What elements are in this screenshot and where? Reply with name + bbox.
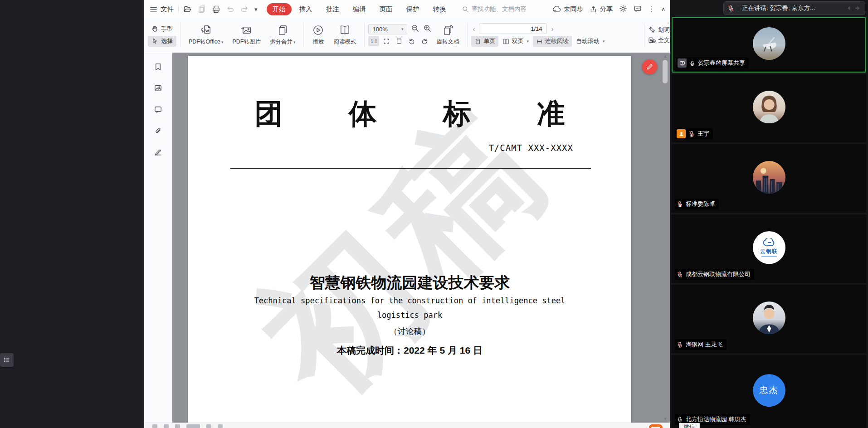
participant-nameplate: 标准委陈卓 <box>675 199 719 209</box>
share-label: 分享 <box>600 5 613 14</box>
print-button[interactable] <box>212 5 220 14</box>
tab-insert[interactable]: 插入 <box>293 3 318 15</box>
full-translate-button[interactable]: 全文 <box>648 36 670 44</box>
comment-icon <box>154 105 162 114</box>
horizontal-rule <box>230 168 591 169</box>
fit-page-button[interactable] <box>394 36 405 46</box>
chevron-down-icon: ▾ <box>401 27 404 31</box>
file-menu-button[interactable]: 文件 <box>150 5 174 14</box>
doc-outline-floating-button[interactable] <box>0 353 14 367</box>
redo-button[interactable] <box>240 5 249 13</box>
zoom-in-button[interactable] <box>423 24 432 34</box>
message-button[interactable] <box>634 5 642 14</box>
tab-protect[interactable]: 保护 <box>400 3 425 15</box>
more-menu-button[interactable]: ⋮ <box>648 5 655 13</box>
document-title-en-line2: logistics park <box>188 311 631 320</box>
select-tool-button[interactable]: 选择 <box>148 36 176 47</box>
auto-scroll-button[interactable]: 自动滚动▾ <box>573 36 608 47</box>
hand-tool-button[interactable]: 手型 <box>148 24 176 34</box>
bookmark-button[interactable] <box>154 63 162 73</box>
conference-panel: 正在讲话: 贺宗春; 京东方... 贺宗春的屏幕共享 王宇 <box>670 0 868 428</box>
tab-convert[interactable]: 转换 <box>427 3 452 15</box>
search-input[interactable]: 查找功能、文档内容 <box>462 5 544 13</box>
collapse-toolbar-button[interactable]: ∧ <box>661 6 665 12</box>
zoom-level-dropdown[interactable]: 100% ▾ <box>368 24 407 34</box>
pdf-to-image-button[interactable]: PDF转图片 <box>228 23 265 47</box>
signature-button[interactable] <box>154 148 162 158</box>
mic-muted-icon <box>677 271 683 277</box>
rotate-document-button[interactable]: 旋转文档 <box>432 23 463 47</box>
participant-tile[interactable]: 标准委陈卓 <box>672 144 866 213</box>
chat-bubble-icon <box>634 5 642 13</box>
split-merge-button[interactable]: 拆分合并▾ <box>265 23 300 47</box>
tab-page[interactable]: 页面 <box>374 3 399 15</box>
scroll-down-arrow[interactable]: ▼ <box>662 417 669 421</box>
screen-share-icon <box>678 58 687 68</box>
participant-tile[interactable]: 淘钢网 王龙飞 <box>672 285 866 353</box>
tab-edit[interactable]: 编辑 <box>347 3 372 15</box>
attachment-button[interactable] <box>154 126 162 137</box>
wps-pdf-window: 文件 ▾ 开始 插入 批注 编辑 页面 保护 转换 查找功能、文档内容 <box>144 0 670 428</box>
share-button[interactable]: 分享 <box>590 5 613 14</box>
rotate-left-button[interactable] <box>406 36 417 46</box>
toolbar-expand-arrow[interactable]: › <box>667 20 669 25</box>
continuous-read-button[interactable]: 连续阅读 <box>533 36 572 47</box>
snapshot-button[interactable] <box>154 84 162 94</box>
dropdown-caret-icon: ▾ <box>293 40 296 44</box>
sync-status-button[interactable]: 未同步 <box>552 5 584 14</box>
participant-name: 标准委陈卓 <box>686 200 715 208</box>
statusbar-clipped <box>144 423 670 428</box>
single-page-button[interactable]: 单页 <box>471 36 498 47</box>
pdf-to-office-button[interactable]: PDF转Office▾ <box>184 23 228 47</box>
undo-button[interactable] <box>226 5 234 13</box>
company-logo-text: 云钢联 <box>760 248 778 255</box>
fit-width-button[interactable] <box>381 36 392 46</box>
page-number-input[interactable] <box>479 23 547 34</box>
previous-page-button[interactable]: ‹ <box>471 25 476 33</box>
list-icon <box>3 356 10 364</box>
participant-tile[interactable]: 王宇 <box>672 74 866 142</box>
read-mode-button[interactable]: 阅读模式 <box>329 23 361 47</box>
save-button[interactable] <box>198 5 206 13</box>
open-book-icon <box>339 24 351 36</box>
participant-tile[interactable]: 忠杰 北方恒达物流园 韩思杰 <box>672 355 866 428</box>
zoom-level-value: 100% <box>372 26 387 33</box>
back-arrow-icon[interactable] <box>846 5 853 12</box>
edit-pdf-floating-button[interactable] <box>642 59 657 74</box>
divider <box>738 5 738 12</box>
participant-nameplate: 成都云钢联物流有限公司 <box>675 269 754 280</box>
zoom-out-button[interactable] <box>411 24 419 34</box>
open-button[interactable] <box>183 5 192 14</box>
tab-annotate[interactable]: 批注 <box>320 3 345 15</box>
word-translate-label: 划词 <box>658 26 670 34</box>
document-scrollbar[interactable]: ▲ ▼ <box>662 53 669 423</box>
file-menu-label: 文件 <box>161 5 174 14</box>
forward-arrow-icon[interactable] <box>854 5 861 12</box>
comment-button[interactable] <box>154 105 162 116</box>
printer-icon <box>212 5 220 14</box>
play-button[interactable]: 播放 <box>307 23 329 47</box>
scrollbar-thumb[interactable] <box>663 60 668 83</box>
double-page-button[interactable]: 双页▾ <box>499 36 532 47</box>
word-translate-button[interactable]: 划词 <box>648 26 670 34</box>
signature-icon <box>154 148 162 156</box>
actual-size-label: 1:1 <box>371 39 377 44</box>
zoom-out-icon <box>411 24 419 33</box>
document-viewport[interactable]: 初稿 团体标准 T/CAMT XXX-XXXX 智慧钢铁物流园建设技术要求 Te… <box>172 53 670 423</box>
next-page-button[interactable]: › <box>550 25 555 33</box>
tab-home[interactable]: 开始 <box>267 3 292 15</box>
actual-size-button[interactable]: 1:1 <box>368 36 379 46</box>
participant-name: 王宇 <box>697 130 709 138</box>
pdf-to-office-icon <box>200 24 212 36</box>
quickbar-dropdown[interactable]: ▾ <box>254 6 258 13</box>
scroll-up-arrow[interactable]: ▲ <box>662 54 669 58</box>
settings-button[interactable] <box>619 5 627 14</box>
taskbar-icon-clipped[interactable] <box>646 424 665 428</box>
mic-muted-icon <box>677 201 683 207</box>
participant-tile[interactable]: 贺宗春的屏幕共享 <box>672 17 866 73</box>
participant-avatar: 忠杰 <box>753 374 785 407</box>
hand-icon <box>151 25 158 32</box>
menu-bar: 文件 ▾ 开始 插入 批注 编辑 页面 保护 转换 查找功能、文档内容 <box>144 0 670 18</box>
rotate-right-button[interactable] <box>419 36 430 46</box>
participant-tile[interactable]: 云钢联 成都云钢联物流有限公司 <box>672 214 866 283</box>
